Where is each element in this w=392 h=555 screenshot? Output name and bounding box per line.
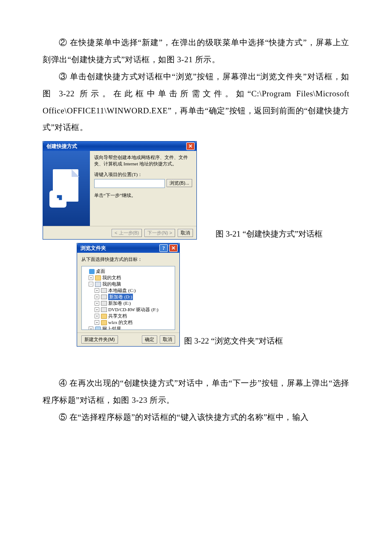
tree-node-shared[interactable]: + 共享文档 — [83, 313, 174, 319]
dialog-title: 创建快捷方式 — [46, 143, 186, 150]
shortcut-wizard-icon — [49, 169, 84, 208]
figure-3-22-row: 浏览文件夹 ? ✕ 从下面选择快捷方式的目标： 桌面 + — [43, 243, 349, 347]
dialog-footer: < 上一步(B) 下一步(N) > 取消 — [43, 226, 196, 239]
browse-button[interactable]: 浏览(B)... — [167, 179, 192, 187]
tree-node-network[interactable]: + 网上邻居 — [83, 326, 174, 330]
tree-label: 共享文档 — [108, 313, 127, 319]
browse-folder-dialog: 浏览文件夹 ? ✕ 从下面选择快捷方式的目标： 桌面 + — [77, 243, 180, 347]
wizard-sidebar — [43, 151, 90, 226]
folder-icon — [95, 275, 101, 280]
location-row: 浏览(B)... — [94, 179, 192, 188]
tree-node-drive-e[interactable]: + 新加卷 (E:) — [83, 300, 174, 306]
paragraph-5: ⑤ 在“选择程序标题”的对话框的“键入该快捷方式的名称”框中，输入 — [43, 409, 349, 426]
tree-label: 桌面 — [96, 268, 105, 275]
figure-3-21-caption: 图 3-21 “创建快捷方式”对话框 — [216, 228, 323, 240]
dialog-title-bar: 浏览文件夹 ? ✕ — [77, 243, 179, 253]
figure-block: 创建快捷方式 ✕ — [43, 141, 349, 347]
dialog-body: 从下面选择快捷方式的目标： 桌面 + 我的文档 — [77, 253, 179, 332]
tree-node-mypc[interactable]: − 我的电脑 — [83, 281, 174, 287]
location-input[interactable] — [94, 179, 165, 188]
folder-tree[interactable]: 桌面 + 我的文档 − 我的电脑 + — [81, 266, 175, 330]
location-label: 请键入项目的位置(T)： — [94, 171, 192, 178]
ok-button[interactable]: 确定 — [142, 335, 157, 344]
tree-node-dvd[interactable]: + DVD/CD-RW 驱动器 (F:) — [83, 306, 174, 313]
tree-label: 我的文档 — [102, 275, 121, 281]
tree-node-userdocs[interactable]: + wlzx 的文档 — [83, 319, 174, 326]
cancel-button[interactable]: 取消 — [160, 335, 175, 344]
paragraph-2: ② 在快捷菜单中选择“新建”，在弹出的级联菜单中选择“快捷方式”，屏幕上立刻弹出… — [43, 34, 349, 68]
tree-node-drive-d[interactable]: + 新加卷 (D:) — [83, 294, 174, 300]
spacing — [43, 347, 349, 375]
expander-icon[interactable]: + — [89, 275, 93, 280]
figure-3-22-caption: 图 3-22 “浏览文件夹”对话框 — [184, 335, 283, 347]
tree-node-drive-c[interactable]: + 本地磁盘 (C:) — [83, 287, 174, 294]
paragraph-4: ④ 在再次出现的“创建快捷方式”对话中，单击“下一步”按钮，屏幕上弹出“选择程序… — [43, 375, 349, 409]
desktop-icon — [89, 269, 95, 274]
expander-icon[interactable]: + — [95, 295, 99, 299]
new-folder-button[interactable]: 新建文件夹(M) — [81, 335, 118, 344]
expander-icon[interactable]: + — [95, 314, 99, 318]
next-button: 下一步(N) > — [144, 229, 175, 237]
dialog-title: 浏览文件夹 — [81, 245, 159, 252]
tree-label-selected: 新加卷 (D:) — [108, 294, 133, 300]
back-button: < 上一步(B) — [112, 229, 142, 237]
tree-label: 本地磁盘 (C:) — [108, 287, 135, 294]
create-shortcut-dialog: 创建快捷方式 ✕ — [43, 141, 197, 240]
close-icon[interactable]: ✕ — [186, 142, 195, 150]
browse-intro: 从下面选择快捷方式的目标： — [81, 256, 175, 263]
expander-icon[interactable]: + — [95, 320, 99, 325]
figure-3-21-row: 创建快捷方式 ✕ — [43, 141, 349, 240]
tree-label: 新加卷 (E:) — [108, 300, 131, 306]
disc-icon — [101, 307, 107, 312]
expander-icon[interactable]: + — [95, 301, 99, 306]
tree-node-desktop[interactable]: 桌面 — [83, 268, 174, 275]
close-icon[interactable]: ✕ — [169, 244, 178, 252]
dialog-footer: 新建文件夹(M) 确定 取消 — [77, 332, 179, 346]
wizard-hint: 单击“下一步”继续。 — [94, 192, 192, 199]
cancel-button[interactable]: 取消 — [178, 229, 193, 237]
folder-icon — [101, 314, 107, 319]
tree-label: wlzx 的文档 — [108, 319, 133, 326]
wizard-intro: 该向导帮您创建本地或网络程序、文件、文件夹、计算机或 Internet 地址的快… — [94, 154, 192, 167]
help-icon[interactable]: ? — [159, 244, 168, 252]
tree-label: 我的电脑 — [102, 281, 121, 287]
tree-node-mydocs[interactable]: + 我的文档 — [83, 275, 174, 281]
expander-icon[interactable]: + — [89, 327, 93, 330]
drive-icon — [101, 301, 107, 306]
expander-blank — [84, 269, 87, 273]
dialog-title-bar: 创建快捷方式 ✕ — [43, 142, 196, 151]
expander-icon[interactable]: + — [95, 307, 99, 312]
document-page: ② 在快捷菜单中选择“新建”，在弹出的级联菜单中选择“快捷方式”，屏幕上立刻弹出… — [0, 0, 392, 451]
expander-icon[interactable]: + — [95, 288, 99, 293]
folder-icon — [101, 320, 107, 325]
arrow-icon — [52, 193, 64, 205]
expander-icon[interactable]: − — [89, 282, 93, 286]
tree-label: DVD/CD-RW 驱动器 (F:) — [108, 306, 159, 313]
drive-icon — [101, 288, 107, 293]
network-icon — [95, 327, 101, 330]
wizard-content: 该向导帮您创建本地或网络程序、文件、文件夹、计算机或 Internet 地址的快… — [90, 151, 196, 226]
paragraph-3: ③ 单击创建快捷方式对话框中“浏览”按钮，屏幕弹出“浏览文件夹”对话框，如图 3… — [43, 68, 349, 136]
drive-icon — [101, 295, 107, 299]
computer-icon — [95, 282, 101, 287]
tree-label: 网上邻居 — [102, 326, 121, 330]
dialog-body: 该向导帮您创建本地或网络程序、文件、文件夹、计算机或 Internet 地址的快… — [43, 151, 196, 226]
